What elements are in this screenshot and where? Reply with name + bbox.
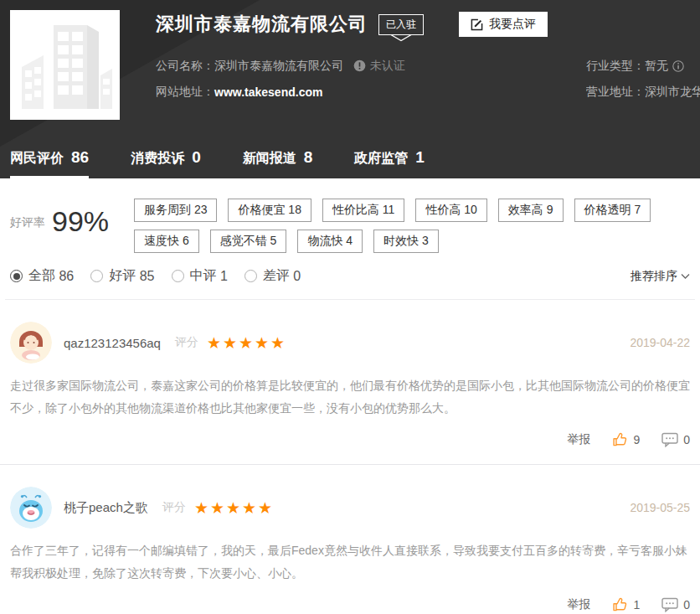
review-item: 桃子peach之歌 评分 ★★★★★ 2019-05-25 合作了三年了，记得有… (0, 465, 700, 614)
filter-count: 86 (59, 269, 74, 284)
girl-avatar-icon (10, 322, 52, 364)
score-label: 评分 (175, 335, 198, 350)
filter-count: 85 (140, 269, 155, 284)
radio-icon (172, 270, 184, 282)
thumbs-up-icon (612, 596, 628, 612)
tag-feels-good[interactable]: 感觉不错 5 (210, 230, 287, 253)
tag-cost-effective[interactable]: 性价高 10 (415, 199, 486, 222)
filter-count: 1 (220, 269, 228, 284)
tab-label: 新闻报道 (243, 150, 296, 168)
rating-summary: 好评率 99% 服务周到 23 价格便宜 18 性价比高 11 性价高 10 效… (0, 178, 700, 261)
tag-cheap-price[interactable]: 价格便宜 18 (228, 199, 311, 222)
filter-positive[interactable]: 好评 85 (90, 267, 154, 285)
filter-count: 0 (293, 269, 301, 284)
positive-rate-value: 99% (52, 205, 109, 238)
comment-count: 0 (683, 598, 690, 611)
tab-count: 8 (304, 148, 313, 167)
score-label: 评分 (162, 500, 186, 515)
tag-cost-effective-high[interactable]: 性价比高 11 (322, 199, 404, 222)
company-name-value: 深圳市泰嘉物流有限公司 (214, 59, 343, 74)
radio-icon (244, 270, 257, 282)
verify-status: 未认证 (353, 59, 405, 74)
star-rating: ★★★★★ (194, 500, 274, 516)
address-value: 深圳市龙华新 (645, 85, 700, 100)
positive-rate-label: 好评率 (10, 205, 45, 230)
tab-label: 政府监管 (354, 150, 408, 168)
write-review-label: 我要点评 (489, 17, 536, 32)
review-date: 2019-04-22 (630, 336, 690, 349)
star-rating: ★★★★★ (207, 335, 286, 351)
filter-all[interactable]: 全部 86 (10, 267, 74, 285)
sort-label: 推荐排序 (631, 269, 677, 284)
company-header: 深圳市泰嘉物流有限公司 已入驻 我要点评 公司名称： 深圳市泰嘉物流有限公司 (0, 0, 700, 178)
industry-value: 暂无 (645, 59, 668, 74)
exclamation-circle-icon (353, 59, 366, 72)
registered-badge: 已入驻 (378, 14, 424, 35)
report-link[interactable]: 举报 (567, 597, 590, 612)
filter-label: 好评 (109, 267, 136, 285)
comment-bubble-icon (661, 597, 678, 612)
company-logo (10, 10, 120, 120)
tab-count: 86 (71, 148, 89, 167)
registered-badge-label: 已入驻 (386, 18, 416, 30)
filter-neutral[interactable]: 中评 1 (172, 267, 228, 285)
write-review-button[interactable]: 我要点评 (459, 12, 548, 37)
tab-label: 网民评价 (10, 150, 64, 168)
company-name-label: 公司名称： (156, 59, 214, 74)
comment-button[interactable]: 0 (661, 597, 690, 612)
review-text: 走过很多家国际物流公司，泰嘉这家公司的价格算是比较便宜的，他们最有价格优势的是国… (10, 374, 690, 420)
penguin-avatar-icon (10, 487, 52, 529)
like-button[interactable]: 1 (612, 596, 640, 612)
thumbs-up-icon (612, 431, 628, 447)
like-button[interactable]: 9 (612, 431, 640, 447)
website-label: 网站地址： (156, 85, 214, 100)
sort-dropdown[interactable]: 推荐排序 (631, 269, 690, 284)
info-icon[interactable] (672, 60, 684, 72)
review-date: 2019-05-25 (630, 501, 690, 514)
building-icon (10, 10, 120, 120)
chevron-down-icon (681, 273, 690, 280)
like-count: 1 (633, 598, 640, 611)
tab-user-reviews[interactable]: 网民评价 86 (10, 148, 89, 178)
review-text: 合作了三年了，记得有一个邮编填错了，我的天，最后Fedex竟然与收件人直接联系，… (10, 539, 690, 585)
tab-news-reports[interactable]: 新闻报道 8 (243, 148, 313, 178)
filter-label: 全部 (28, 267, 55, 285)
filter-label: 中评 (190, 267, 217, 285)
radio-icon (10, 270, 23, 282)
address-label: 营业地址： (586, 85, 645, 100)
tag-list: 服务周到 23 价格便宜 18 性价比高 11 性价高 10 效率高 9 价格透… (134, 199, 690, 261)
tab-label: 消费投诉 (131, 150, 184, 168)
avatar (10, 322, 52, 364)
tag-fast-speed[interactable]: 速度快 6 (134, 230, 199, 253)
website-value[interactable]: www.takesend.com (214, 85, 322, 99)
tag-fast-logistics[interactable]: 物流快 4 (297, 230, 363, 253)
review-username: 桃子peach之歌 (64, 500, 148, 516)
tag-transparent-price[interactable]: 价格透明 7 (574, 199, 651, 222)
filter-label: 差评 (263, 267, 290, 285)
industry-label: 行业类型： (586, 59, 645, 74)
review-username: qaz123123456aq (64, 336, 161, 350)
comment-count: 0 (683, 433, 690, 446)
tab-count: 1 (415, 148, 425, 167)
filter-negative[interactable]: 差评 0 (244, 267, 301, 285)
tab-government-regulation[interactable]: 政府监管 1 (354, 148, 425, 178)
tag-service[interactable]: 服务周到 23 (134, 199, 217, 222)
page-title: 深圳市泰嘉物流有限公司 (156, 12, 368, 37)
tab-bar: 网民评价 86 消费投诉 0 新闻报道 8 政府监管 1 (10, 148, 466, 178)
verify-status-label: 未认证 (370, 59, 405, 74)
comment-button[interactable]: 0 (661, 432, 690, 447)
review-filter-bar: 全部 86 好评 85 中评 1 差评 0 推荐排序 (0, 261, 700, 285)
badge-ribbon-tail-icon (389, 34, 413, 42)
comment-bubble-icon (661, 432, 678, 447)
tab-consumer-complaints[interactable]: 消费投诉 0 (131, 148, 201, 178)
tag-timely[interactable]: 时效快 3 (373, 230, 439, 253)
report-link[interactable]: 举报 (567, 432, 590, 447)
review-item: qaz123123456aq 评分 ★★★★★ 2019-04-22 走过很多家… (0, 300, 700, 465)
avatar (10, 487, 52, 529)
tag-efficient[interactable]: 效率高 9 (498, 199, 564, 222)
tab-count: 0 (192, 148, 201, 167)
radio-icon (90, 270, 103, 282)
edit-icon (471, 18, 483, 31)
like-count: 9 (633, 433, 640, 446)
